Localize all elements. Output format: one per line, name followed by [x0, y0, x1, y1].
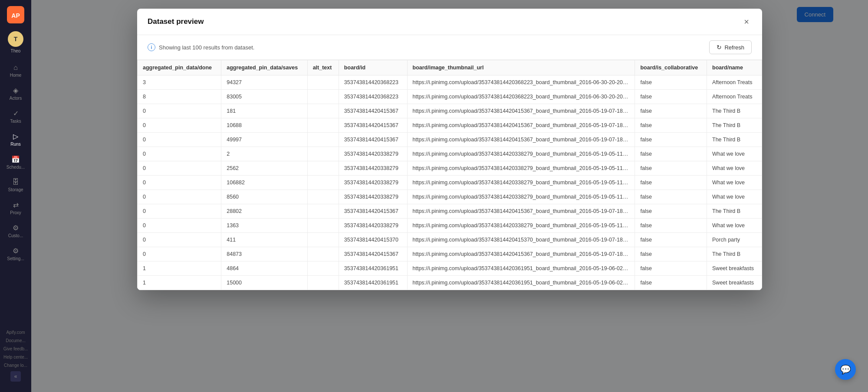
table-cell: https://i.pinimg.com/upload/353743814420…: [407, 176, 635, 190]
sidebar-item-label: Home: [10, 73, 22, 78]
sidebar-item-storage[interactable]: 🗄 Storage: [0, 175, 31, 196]
table-cell: 8: [138, 90, 221, 104]
table-cell: [307, 75, 339, 90]
data-table: aggregated_pin_data/done aggregated_pin_…: [137, 60, 762, 290]
avatar[interactable]: T: [8, 31, 23, 47]
col-header-done: aggregated_pin_data/done: [138, 60, 221, 75]
table-cell: 353743814420361951: [339, 261, 407, 276]
sidebar-item-label: Storage: [8, 187, 23, 192]
table-cell: 353743814420368223: [339, 75, 407, 90]
table-cell: 15000: [221, 276, 307, 290]
runs-icon: ▷: [13, 132, 18, 140]
table-cell: What we love: [707, 161, 762, 176]
table-cell: 0: [138, 161, 221, 176]
table-cell: https://i.pinimg.com/upload/353743814420…: [407, 104, 635, 118]
svg-text:AP: AP: [11, 12, 20, 19]
table-cell: 353743814420338279: [339, 176, 407, 190]
table-cell: https://i.pinimg.com/upload/353743814420…: [407, 161, 635, 176]
refresh-button[interactable]: ↻ Refresh: [709, 40, 752, 54]
modal-toolbar: i Showing last 100 results from dataset.…: [137, 35, 762, 60]
table-cell: The Third B: [707, 204, 762, 219]
sidebar-item-tasks[interactable]: ✓ Tasks: [0, 106, 31, 127]
table-cell: 0: [138, 147, 221, 161]
col-header-board-id: board/id: [339, 60, 407, 75]
sidebar-item-settings[interactable]: ⚙ Setting...: [0, 243, 31, 265]
sidebar-item-label: Tasks: [10, 119, 21, 124]
table-row: 14864353743814420361951https://i.pinimg.…: [138, 261, 762, 276]
sidebar-item-custom[interactable]: ⚙ Custo...: [0, 220, 31, 242]
sidebar-collapse-button[interactable]: «: [10, 371, 21, 382]
table-row: 08560353743814420338279https://i.pinimg.…: [138, 190, 762, 204]
table-cell: false: [635, 233, 707, 247]
table-row: 02562353743814420338279https://i.pinimg.…: [138, 161, 762, 176]
modal-close-button[interactable]: ×: [741, 16, 752, 27]
table-row: 394327353743814420368223https://i.pinimg…: [138, 75, 762, 90]
table-cell: 0: [138, 104, 221, 118]
table-cell: 3: [138, 75, 221, 90]
table-cell: 0: [138, 133, 221, 147]
sidebar-docs-link[interactable]: Docume...: [6, 338, 26, 343]
sidebar-help-link[interactable]: Help cente...: [3, 355, 28, 359]
sidebar-item-actors[interactable]: ◈ Actors: [0, 83, 31, 104]
sidebar-item-schedules[interactable]: 📅 Schedu...: [0, 152, 31, 173]
table-cell: 84873: [221, 247, 307, 261]
home-icon: ⌂: [13, 64, 18, 72]
table-row: 049997353743814420415367https://i.pinimg…: [138, 133, 762, 147]
table-cell: https://i.pinimg.com/upload/353743814420…: [407, 190, 635, 204]
table-cell: 353743814420338279: [339, 147, 407, 161]
table-cell: 353743814420368223: [339, 90, 407, 104]
sidebar-apify-link[interactable]: Apify.com: [6, 330, 25, 335]
table-cell: [307, 118, 339, 133]
table-container[interactable]: aggregated_pin_data/done aggregated_pin_…: [137, 60, 762, 290]
sidebar-item-label: Custo...: [8, 233, 23, 238]
sidebar-logout-link[interactable]: Change lo...: [4, 363, 27, 368]
table-cell: 8560: [221, 190, 307, 204]
sidebar-item-home[interactable]: ⌂ Home: [0, 60, 31, 81]
modal-info: i Showing last 100 results from dataset.: [148, 43, 254, 51]
table-cell: 353743814420415367: [339, 133, 407, 147]
sidebar-item-label: Runs: [10, 142, 20, 147]
table-row: 02353743814420338279https://i.pinimg.com…: [138, 147, 762, 161]
table-cell: 0: [138, 118, 221, 133]
table-row: 115000353743814420361951https://i.pinimg…: [138, 276, 762, 290]
sidebar-item-runs[interactable]: ▷ Runs: [0, 129, 31, 150]
table-cell: [307, 204, 339, 219]
table-cell: 353743814420415367: [339, 247, 407, 261]
table-cell: false: [635, 204, 707, 219]
sidebar-item-label: Setting...: [7, 256, 24, 261]
app-logo: AP: [6, 5, 25, 24]
table-cell: 411: [221, 233, 307, 247]
table-row: 883005353743814420368223https://i.pinimg…: [138, 90, 762, 104]
table-cell: false: [635, 247, 707, 261]
table-cell: The Third B: [707, 104, 762, 118]
table-cell: 0: [138, 247, 221, 261]
table-cell: [307, 161, 339, 176]
proxy-icon: ⇄: [13, 201, 19, 209]
col-header-saves: aggregated_pin_data/saves: [221, 60, 307, 75]
sidebar-item-proxy[interactable]: ⇄ Proxy: [0, 197, 31, 219]
table-cell: false: [635, 147, 707, 161]
table-cell: 353743814420338279: [339, 219, 407, 233]
table-cell: [307, 90, 339, 104]
table-cell: 4864: [221, 261, 307, 276]
table-cell: 181: [221, 104, 307, 118]
table-cell: What we love: [707, 190, 762, 204]
table-cell: [307, 219, 339, 233]
refresh-label: Refresh: [724, 44, 744, 51]
table-cell: https://i.pinimg.com/upload/353743814420…: [407, 133, 635, 147]
table-cell: Sweet breakfasts: [707, 261, 762, 276]
sidebar-item-label: Proxy: [10, 210, 21, 215]
chat-fab-button[interactable]: 💬: [835, 359, 856, 380]
sidebar-item-label: Actors: [10, 96, 22, 101]
tasks-icon: ✓: [13, 109, 19, 118]
actors-icon: ◈: [13, 86, 18, 95]
sidebar-feedback-link[interactable]: Give feedb...: [3, 346, 28, 351]
table-cell: false: [635, 261, 707, 276]
refresh-icon: ↻: [717, 44, 722, 51]
col-header-name: board/name: [707, 60, 762, 75]
table-cell: 353743814420415367: [339, 204, 407, 219]
table-cell: 83005: [221, 90, 307, 104]
table-cell: [307, 104, 339, 118]
sidebar-item-label: Schedu...: [7, 165, 25, 170]
table-body: 394327353743814420368223https://i.pinimg…: [138, 75, 762, 290]
